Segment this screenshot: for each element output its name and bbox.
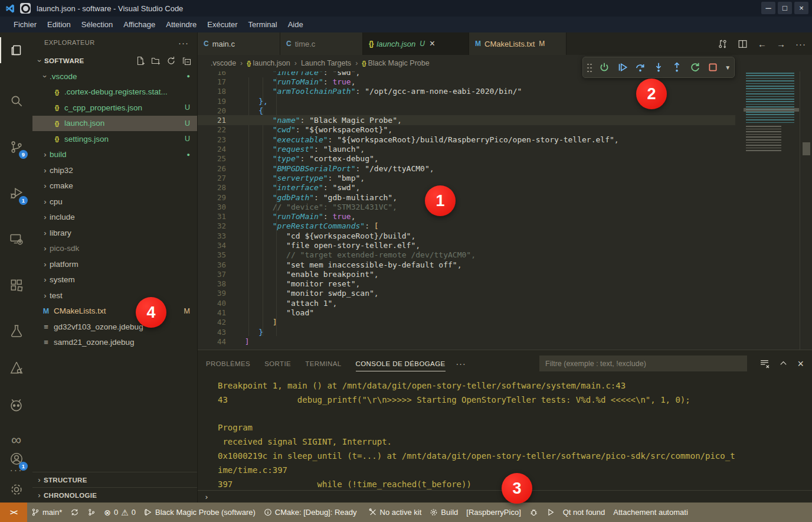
problems-item[interactable]: ⊗ 0 ⚠ 0 — [100, 503, 140, 522]
navigate-back-icon[interactable]: ← — [758, 39, 767, 49]
code-line-32[interactable]: 32 "preRestartCommands": [ — [198, 221, 735, 231]
tab-close-icon[interactable]: × — [430, 39, 435, 48]
code-line-34[interactable]: 34 "file open-story-teller.elf", — [198, 240, 735, 250]
restart-icon[interactable] — [689, 61, 702, 74]
platformio-icon[interactable] — [0, 392, 32, 417]
sync-item[interactable] — [66, 503, 83, 522]
navigate-forward-icon[interactable]: → — [777, 39, 785, 49]
code-line-38[interactable]: 38 "monitor reset", — [198, 279, 735, 289]
open-changes-icon[interactable] — [718, 39, 728, 49]
run-debug-icon[interactable]: 1 — [0, 180, 32, 206]
stop-icon[interactable] — [706, 61, 719, 74]
tree-item-.vscode[interactable]: ›.vscode● — [32, 68, 197, 84]
explorer-icon[interactable] — [0, 37, 32, 63]
refresh-icon[interactable] — [166, 56, 176, 66]
code-line-28[interactable]: 28 "interface": "swd", — [198, 183, 735, 193]
minimize-button[interactable]: ─ — [761, 2, 775, 14]
tree-item-CMakeLists.txt[interactable]: MCMakeLists.txtM — [32, 304, 197, 319]
maximize-button[interactable]: □ — [778, 2, 792, 14]
tree-item-samd21_ozone.jdebug[interactable]: ≡samd21_ozone.jdebug — [32, 335, 197, 351]
toolbar-chevron-icon[interactable]: ▼ — [725, 64, 731, 71]
extensions-icon[interactable] — [0, 272, 32, 298]
tree-item-cpu[interactable]: ›cpu — [32, 194, 197, 210]
split-editor-icon[interactable] — [738, 39, 748, 49]
panel-more-icon[interactable]: ··· — [456, 359, 466, 368]
tree-item-chip32[interactable]: ›chip32 — [32, 162, 197, 178]
debug-target-item[interactable]: Black Magic Probe (software) — [140, 503, 260, 522]
close-button[interactable]: × — [794, 2, 808, 14]
kit-item[interactable]: No active kit — [365, 503, 426, 522]
code-line-27[interactable]: 27 "servertype": "bmp", — [198, 173, 735, 182]
tab-cmakelists[interactable]: M CMakeLists.txt M — [469, 32, 567, 55]
tree-item-cmake[interactable]: ›cmake — [32, 178, 197, 194]
tree-item-library[interactable]: ›library — [32, 225, 197, 241]
cmake-tools-icon[interactable] — [0, 355, 32, 381]
menu-item-2[interactable]: Sélection — [76, 18, 118, 31]
close-panel-icon[interactable]: × — [797, 358, 804, 369]
code-line-25[interactable]: 25 "type": "cortex-debug", — [198, 154, 735, 164]
remote-indicator[interactable]: >< — [0, 503, 27, 522]
tree-item-launch.json[interactable]: {}launch.jsonU — [32, 116, 197, 132]
minimap[interactable] — [744, 71, 799, 160]
scrollbar-thumb[interactable] — [803, 142, 810, 155]
new-file-icon[interactable] — [136, 56, 145, 66]
console-filter-input[interactable] — [539, 355, 747, 371]
code-line-30[interactable]: 30 // "device": "STM32L431VC", — [198, 202, 735, 211]
timeline-section[interactable]: › CHRONOLOGIE — [32, 487, 197, 503]
editor-more-icon[interactable]: ··· — [795, 39, 806, 49]
debug-launch-item[interactable] — [525, 503, 542, 522]
tab-main-c[interactable]: C main.c — [198, 32, 280, 55]
code-line-42[interactable]: 42 ] — [198, 318, 735, 327]
settings-gear-icon[interactable] — [0, 477, 32, 503]
code-editor[interactable]: 16 "interface": "swd",17 "runToMain": tr… — [198, 71, 812, 350]
git-branch-item[interactable]: main* — [27, 503, 66, 522]
maximize-panel-icon[interactable] — [779, 359, 788, 368]
tree-item-build[interactable]: ›build● — [32, 147, 197, 163]
code-line-26[interactable]: 26 "BMPGDBSerialPort": "/dev/ttyACM0", — [198, 164, 735, 173]
step-over-icon[interactable] — [634, 61, 647, 74]
menu-item-4[interactable]: Atteindre — [161, 18, 202, 31]
menu-item-7[interactable]: Aide — [283, 18, 309, 31]
code-line-33[interactable]: 33 "cd ${workspaceRoot}/build", — [198, 231, 735, 240]
variant-item[interactable]: [RaspberryPico] — [462, 503, 525, 522]
code-line-22[interactable]: 22 "cwd": "${workspaceRoot}", — [198, 125, 735, 135]
search-icon[interactable] — [0, 88, 32, 114]
menu-item-3[interactable]: Affichage — [118, 18, 161, 31]
menu-item-5[interactable]: Exécuter — [202, 18, 243, 31]
debug-console-output[interactable]: Breakpoint 1, main () at /mnt/data/git/o… — [198, 377, 812, 490]
menu-item-1[interactable]: Edition — [42, 18, 76, 31]
tree-item-system[interactable]: ›system — [32, 272, 197, 288]
tree-item-c_cpp_properties.json[interactable]: {}c_cpp_properties.jsonU — [32, 100, 197, 116]
explorer-more-icon[interactable]: ··· — [178, 38, 189, 48]
account-icon[interactable]: 1 — [0, 446, 32, 472]
new-folder-icon[interactable] — [151, 56, 161, 66]
code-line-21[interactable]: 21 "name": "Black Magic Probe", — [198, 115, 735, 125]
cmake-status-item[interactable]: CMake: [Debug]: Ready — [260, 503, 361, 522]
code-line-35[interactable]: 35 // "target extended-remote /dev/ttyAC… — [198, 250, 735, 260]
code-line-23[interactable]: 23 "executable": "${workspaceRoot}/build… — [198, 135, 735, 144]
drag-grip-icon[interactable] — [587, 63, 592, 72]
run-item[interactable] — [542, 503, 559, 522]
clear-console-icon[interactable] — [759, 358, 770, 368]
code-line-39[interactable]: 39 "monitor swdp_scan", — [198, 289, 735, 298]
code-line-29[interactable]: 29 "gdbPath": "gdb-multiarch", — [198, 193, 735, 202]
debug-continue-icon[interactable] — [616, 61, 629, 74]
code-line-44[interactable]: 44 ] — [198, 337, 735, 346]
tab-problems[interactable]: PROBLÈMES — [206, 350, 250, 377]
tree-item-.cortex-debug.registers.stat...[interactable]: {}.cortex-debug.registers.stat... — [32, 84, 197, 100]
collapse-all-icon[interactable] — [182, 56, 191, 66]
tree-item-test[interactable]: ›test — [32, 288, 197, 304]
tree-item-platform[interactable]: ›platform — [32, 256, 197, 272]
workspace-section-header[interactable]: › SOFTWARE — [32, 53, 197, 68]
code-line-31[interactable]: 31 "runToMain": true, — [198, 211, 735, 221]
tree-item-settings.json[interactable]: {}settings.jsonU — [32, 131, 197, 147]
tree-item-include[interactable]: ›include — [32, 210, 197, 226]
git-graph-item[interactable] — [83, 503, 100, 522]
build-item[interactable]: Build — [425, 503, 462, 522]
menu-item-6[interactable]: Terminal — [243, 18, 283, 31]
code-line-36[interactable]: 36 "set mem inaccessible-by-default off"… — [198, 260, 735, 269]
source-control-icon[interactable]: 9 — [0, 134, 32, 160]
remote-explorer-icon[interactable] — [0, 226, 32, 252]
tab-terminal[interactable]: TERMINAL — [305, 350, 341, 377]
qt-item[interactable]: Qt not found — [559, 503, 610, 522]
